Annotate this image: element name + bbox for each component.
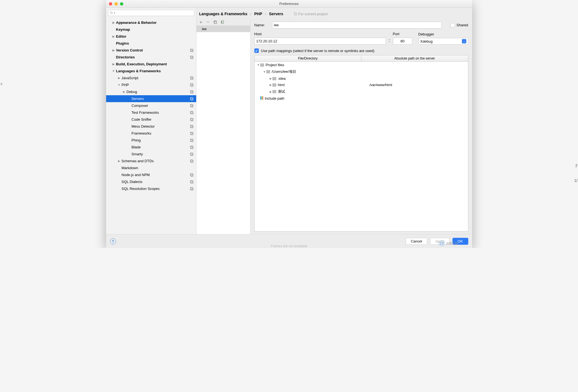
chevron-down-icon: ⌄: [462, 39, 466, 43]
search-icon: [110, 11, 113, 15]
port-input[interactable]: [393, 38, 412, 45]
sidebar-item[interactable]: ▶Build, Execution, Deployment: [106, 61, 196, 68]
sidebar-item[interactable]: SQL Resolution Scopes: [106, 185, 196, 192]
path-row[interactable]: ▶.idea: [255, 75, 468, 82]
folder-icon: [272, 90, 276, 93]
copy-button[interactable]: [213, 20, 218, 24]
watermark: CX 创新互联: [439, 240, 458, 246]
sidebar-item[interactable]: Markdown: [106, 164, 196, 171]
path-mappings-checkbox[interactable]: [254, 48, 259, 53]
shared-checkbox[interactable]: [451, 23, 455, 27]
sidebar-item-label: Frameworks: [132, 131, 152, 135]
copy-icon: [190, 146, 193, 149]
folder-icon: [272, 83, 276, 87]
svg-point-0: [110, 12, 112, 14]
svg-rect-20: [190, 125, 193, 127]
sidebar-item-label: Node.js and NPM: [122, 173, 150, 177]
svg-rect-38: [294, 12, 296, 15]
svg-rect-25: [191, 140, 193, 142]
host-input[interactable]: [254, 38, 386, 45]
tree-arrow-icon: ▼: [112, 69, 115, 73]
sidebar-item[interactable]: ▼PHP: [106, 81, 196, 88]
sidebar-item[interactable]: ▼Languages & Frameworks: [106, 68, 196, 74]
svg-rect-9: [191, 84, 193, 86]
chevron-right-icon: ›: [250, 12, 252, 16]
path-row[interactable]: ▶测试: [255, 88, 468, 95]
sidebar-item[interactable]: SQL Dialects: [106, 178, 196, 185]
path-label: /Users/lee/项目: [272, 69, 296, 74]
svg-rect-34: [190, 180, 193, 183]
sidebar-item[interactable]: Blade: [106, 144, 196, 151]
sidebar-item[interactable]: ▶JavaScript: [106, 74, 196, 81]
copy-icon: [190, 49, 193, 52]
absolute-path[interactable]: /var/www/html: [367, 83, 468, 87]
sidebar-item[interactable]: Composer: [106, 102, 196, 109]
copy-icon: [190, 132, 193, 135]
sidebar-item[interactable]: Plugins: [106, 40, 196, 47]
path-label: 测试: [278, 89, 285, 94]
sidebar-item[interactable]: ▶Schemas and DTDs: [106, 158, 196, 164]
svg-rect-41: [214, 21, 217, 24]
frames-text: Frames are not available: [271, 244, 307, 248]
servers-list[interactable]: lee: [196, 26, 250, 234]
sidebar-item[interactable]: Test Frameworks: [106, 109, 196, 116]
path-row[interactable]: Include path: [255, 95, 468, 102]
path-row[interactable]: ▶html/var/www/html: [255, 82, 468, 88]
sidebar-item[interactable]: Code Sniffer: [106, 116, 196, 123]
svg-rect-11: [191, 91, 193, 93]
copy-icon: [190, 159, 193, 163]
svg-rect-30: [190, 160, 193, 162]
settings-tree[interactable]: ▶Appearance & BehaviorKeymap▶EditorPlugi…: [106, 18, 196, 234]
sidebar-item[interactable]: ▶Debug: [106, 88, 196, 95]
sidebar-item-label: Languages & Frameworks: [116, 69, 161, 73]
crumb-item: Servers: [269, 12, 283, 16]
search-input[interactable]: ▾: [108, 10, 194, 16]
tree-arrow-icon: ▼: [118, 83, 121, 86]
svg-rect-35: [191, 181, 193, 183]
sidebar-item[interactable]: Frameworks: [106, 130, 196, 137]
svg-rect-5: [191, 56, 193, 59]
cancel-button[interactable]: Cancel: [406, 238, 427, 245]
copy-icon: [190, 180, 193, 184]
project-icon: [294, 12, 297, 16]
svg-rect-13: [191, 98, 193, 100]
shared-label: Shared: [457, 23, 468, 27]
sidebar-item-label: Test Frameworks: [132, 110, 159, 115]
path-label: Include path: [265, 96, 285, 100]
tree-arrow-icon: ▼: [257, 63, 260, 66]
add-button[interactable]: ＋: [199, 20, 203, 24]
sidebar-item[interactable]: Smarty: [106, 151, 196, 158]
sidebar-item[interactable]: Servers: [106, 95, 196, 102]
svg-rect-26: [190, 146, 193, 148]
sidebar-item[interactable]: Mess Detector: [106, 123, 196, 130]
sidebar-item-label: Composer: [132, 104, 148, 108]
help-button[interactable]: ?: [110, 238, 116, 244]
chevron-right-icon: ›: [265, 12, 266, 16]
svg-rect-12: [190, 97, 193, 100]
folder-icon: [266, 70, 270, 73]
sidebar-item-label: Directories: [116, 55, 135, 59]
import-button[interactable]: [220, 20, 225, 24]
sidebar-item[interactable]: Node.js and NPM: [106, 171, 196, 178]
server-item[interactable]: lee: [196, 26, 250, 32]
sidebar-item[interactable]: ▶Editor: [106, 33, 196, 40]
sidebar-item[interactable]: ▶Appearance & Behavior: [106, 19, 196, 26]
port-label: Port: [393, 32, 412, 36]
server-form: Name: Shared Host :: [250, 19, 472, 234]
svg-rect-28: [190, 153, 193, 155]
svg-rect-2: [190, 49, 193, 51]
path-tree[interactable]: ▼Project files▼/Users/lee/项目▶.idea▶html/…: [255, 62, 468, 231]
debugger-select[interactable]: Xdebug ⌄: [418, 38, 468, 45]
sidebar-item[interactable]: Phing: [106, 137, 196, 144]
svg-rect-7: [191, 77, 193, 79]
sidebar-item[interactable]: ▶Version Control: [106, 47, 196, 54]
svg-rect-29: [191, 153, 193, 156]
settings-sidebar: ▾ ▶Appearance & BehaviorKeymap▶EditorPlu…: [106, 8, 196, 234]
sidebar-item[interactable]: Directories: [106, 54, 196, 61]
sidebar-item[interactable]: Keymap: [106, 26, 196, 33]
path-row[interactable]: ▼/Users/lee/项目: [255, 68, 468, 75]
remove-button[interactable]: −: [206, 20, 210, 24]
name-input[interactable]: [272, 22, 442, 29]
path-row[interactable]: ▼Project files: [255, 62, 468, 68]
crumb-item: PHP: [254, 12, 262, 16]
